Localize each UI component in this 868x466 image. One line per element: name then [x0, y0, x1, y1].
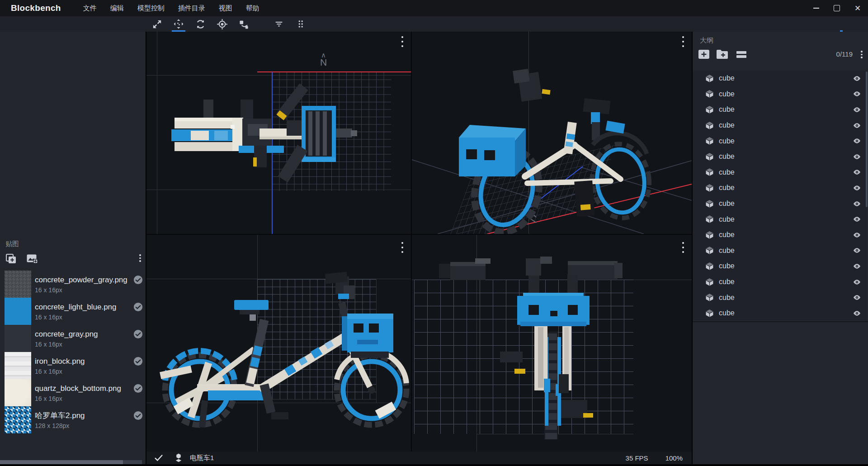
minimize-button[interactable]: [806, 0, 826, 16]
seat: [234, 300, 269, 310]
outline-row[interactable]: cube: [693, 290, 867, 305]
outline-menu-icon[interactable]: [861, 51, 863, 58]
cube-label: cube: [719, 74, 735, 82]
add-cube-button[interactable]: [698, 49, 710, 61]
texture-item[interactable]: concrete_powder_gray.png 16 x 16px: [0, 271, 146, 298]
visibility-eye-icon[interactable]: [853, 246, 861, 255]
outline-scrollbar[interactable]: [866, 71, 868, 207]
add-group-button[interactable]: [716, 49, 728, 61]
rotate-tool-button[interactable]: [193, 17, 208, 31]
viewport-menu-icon[interactable]: [680, 242, 686, 253]
texture-item[interactable]: quartz_block_bottom.png 16 x 16px: [0, 379, 146, 406]
outline-row[interactable]: cube: [693, 180, 867, 196]
model-bicycle-top-view[interactable]: [146, 32, 411, 234]
resize-tool-button[interactable]: [149, 17, 165, 31]
visibility-eye-icon[interactable]: [853, 90, 861, 98]
model-format-icon[interactable]: [174, 452, 184, 463]
texture-item[interactable]: concrete_gray.png 16 x 16px: [0, 325, 146, 352]
texture-item[interactable]: 哈罗单车2.png 128 x 128px: [0, 406, 146, 433]
add-texture-button[interactable]: [5, 253, 17, 266]
outline-row[interactable]: cube: [693, 71, 867, 86]
filter-button[interactable]: [271, 17, 287, 31]
textures-menu-icon[interactable]: [139, 254, 141, 262]
model-bicycle-side-view[interactable]: [146, 235, 411, 452]
outline-row[interactable]: cube: [693, 227, 867, 243]
vertex-snap-tool-button[interactable]: [236, 17, 251, 31]
visibility-eye-icon[interactable]: [853, 278, 861, 286]
cube-label: cube: [719, 121, 735, 129]
visibility-eye-icon[interactable]: [853, 309, 861, 318]
viewport-menu-icon[interactable]: [399, 36, 406, 47]
pivot-tool-button[interactable]: [214, 17, 230, 31]
add-texture-icon: [5, 253, 17, 264]
outline-row[interactable]: cube: [693, 86, 867, 102]
texture-item[interactable]: concrete_light_blue.png 16 x 16px: [0, 298, 146, 325]
mode-tab[interactable]: [857, 16, 865, 32]
visibility-eye-icon[interactable]: [853, 137, 861, 145]
menu-item[interactable]: 文件: [76, 0, 104, 16]
outline-row[interactable]: cube: [693, 258, 867, 274]
outline-row[interactable]: cube: [693, 211, 867, 227]
menu-item[interactable]: 视图: [212, 0, 239, 16]
cube-icon: [705, 168, 714, 176]
outline-row[interactable]: cube: [693, 133, 867, 149]
outline-row[interactable]: cube: [693, 102, 867, 118]
checkmark-icon: [154, 453, 164, 463]
visibility-eye-icon[interactable]: [853, 215, 861, 223]
outline-row[interactable]: cube: [693, 243, 867, 259]
menu-item[interactable]: 插件目录: [171, 0, 212, 16]
outline-row[interactable]: cube: [693, 118, 867, 133]
visibility-eye-icon[interactable]: [853, 74, 861, 83]
visibility-eye-icon[interactable]: [853, 152, 861, 161]
more-tools-button[interactable]: [293, 17, 308, 31]
viewport-menu-icon[interactable]: [399, 242, 406, 253]
viewport-side-view[interactable]: [146, 235, 411, 452]
viewport-menu-icon[interactable]: [680, 36, 686, 47]
mode-tab[interactable]: [847, 16, 855, 32]
maximize-icon: [834, 5, 840, 11]
front-wheel: [337, 352, 406, 425]
viewport-perspective[interactable]: [412, 32, 692, 234]
outline-row[interactable]: cube: [693, 305, 867, 320]
close-button[interactable]: ✕: [847, 0, 868, 16]
visibility-eye-icon[interactable]: [853, 184, 861, 192]
visibility-eye-icon[interactable]: [853, 200, 861, 208]
project-name[interactable]: 电瓶车1: [190, 454, 214, 462]
menu-item[interactable]: 帮助: [239, 0, 266, 16]
panel-divider: [693, 321, 868, 322]
model-bicycle-front-view[interactable]: [412, 235, 692, 452]
menu-item[interactable]: 编辑: [104, 0, 131, 16]
visibility-eye-icon[interactable]: [853, 262, 861, 271]
maximize-button[interactable]: [826, 0, 847, 16]
titlebar: Blockbench 文件编辑模型控制插件目录视图帮助 ✕: [0, 0, 868, 16]
texture-name: concrete_gray.png: [35, 330, 98, 339]
texture-check-badge-icon: [129, 275, 143, 285]
textures-hscrollbar[interactable]: [0, 460, 142, 464]
hscrollbar-thumb[interactable]: [0, 460, 123, 464]
visibility-eye-icon[interactable]: [853, 121, 861, 130]
visibility-eye-icon[interactable]: [853, 168, 861, 176]
cube-label: cube: [719, 184, 735, 192]
mode-tab[interactable]: [827, 16, 835, 32]
model-bicycle-perspective[interactable]: [412, 32, 692, 234]
outline-row[interactable]: cube: [693, 196, 867, 212]
outline-row[interactable]: cube: [693, 165, 867, 181]
viewport-front-view[interactable]: [412, 235, 692, 452]
outline-row[interactable]: cube: [693, 274, 867, 290]
outline-row[interactable]: cube: [693, 149, 867, 165]
visibility-eye-icon[interactable]: [853, 293, 861, 302]
visibility-eye-icon[interactable]: [853, 231, 861, 239]
menu-item[interactable]: 模型控制: [131, 0, 171, 16]
mode-tab[interactable]: [837, 16, 845, 32]
cube-label: cube: [719, 215, 735, 223]
texture-item[interactable]: iron_block.png 16 x 16px: [0, 352, 146, 379]
texture-check-badge-icon: [129, 383, 143, 394]
toggle-bars-icon[interactable]: [736, 49, 747, 61]
outline-list: cube cube cube: [693, 71, 867, 320]
visibility-eye-icon[interactable]: [853, 105, 861, 114]
more-tools-icon: [296, 19, 306, 29]
mode-tabs: [827, 16, 865, 32]
viewport-top-view[interactable]: ∧ N: [146, 32, 411, 234]
move-tool-button[interactable]: [171, 17, 186, 31]
import-image-button[interactable]: [26, 254, 38, 266]
